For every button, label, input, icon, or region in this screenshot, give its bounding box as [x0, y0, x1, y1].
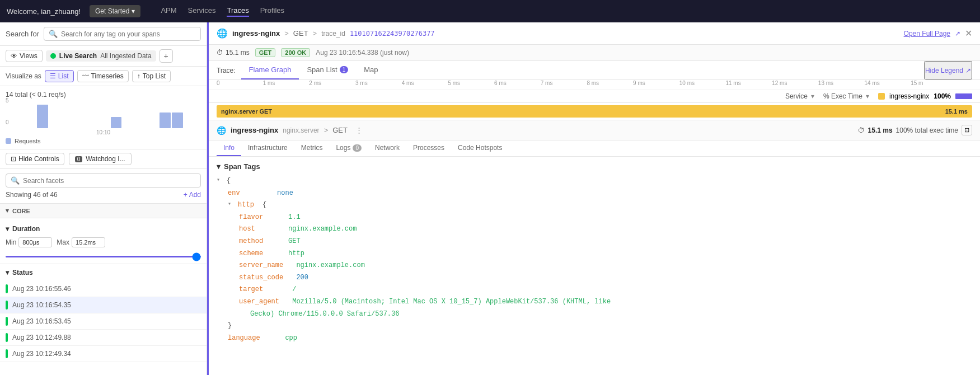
- bar-12: [160, 112, 171, 128]
- span-tab-metrics[interactable]: Metrics: [294, 140, 330, 156]
- duration-min-input[interactable]: [18, 237, 52, 247]
- date-item-0[interactable]: Aug 23 10:16:55.46: [0, 281, 207, 297]
- add-view-button[interactable]: +: [160, 49, 173, 63]
- hide-legend-button[interactable]: Hide Legend ↗: [924, 61, 972, 79]
- ruler-1ms: 1 ms: [263, 80, 275, 86]
- status-chevron-icon: ▾: [6, 269, 9, 276]
- get-started-button[interactable]: Get Started ▾: [90, 5, 140, 17]
- date-item-3[interactable]: Aug 23 10:12:49.88: [0, 330, 207, 346]
- json-http-close: }: [217, 320, 972, 332]
- exec-time-col-label: % Exec Time: [823, 92, 862, 100]
- search-icon: 🔍: [49, 30, 58, 38]
- collapse-http-btn[interactable]: ▾: [228, 199, 231, 212]
- tab-map[interactable]: Map: [356, 61, 386, 79]
- watchdog-label: Watchdog I...: [86, 155, 125, 163]
- core-section: ▾ CORE: [0, 204, 207, 221]
- json-host: host nginx.example.com: [217, 223, 972, 236]
- watchdog-button[interactable]: 0 Watchdog I...: [69, 153, 132, 165]
- span-service: 🌐 ingress-nginx nginx.server > GET ⋮: [217, 126, 363, 135]
- ruler-0: 0: [217, 80, 220, 86]
- ruler-14ms: 14 ms: [865, 80, 880, 86]
- clock-icon: ⏱: [217, 49, 223, 57]
- search-input-wrap: 🔍: [44, 27, 201, 41]
- json-open-brace: ▾ {: [217, 175, 972, 187]
- legend-bar: [955, 93, 972, 99]
- trace-duration: ⏱ 15.1 ms: [217, 49, 250, 57]
- add-facet-button[interactable]: + Add: [184, 191, 201, 199]
- hide-controls-button[interactable]: ⊡ Hide Controls: [6, 153, 64, 165]
- bar-2: [37, 105, 48, 128]
- span-tab-info[interactable]: Info: [217, 140, 241, 156]
- legend-exec-time: % Exec Time ▾: [823, 92, 869, 100]
- nginx-flame-bar[interactable]: nginx.server GET 15.1 ms: [217, 105, 972, 118]
- viz-toplist-button[interactable]: ↑ Top List: [132, 70, 171, 82]
- date-item-1[interactable]: Aug 23 10:16:54.35: [0, 297, 207, 313]
- live-search-badge: Live Search All Ingested Data: [46, 50, 156, 62]
- visualize-row: Visualize as ☰ List 〰 Timeseries ↑ Top L…: [0, 67, 207, 86]
- json-target: target /: [217, 284, 972, 296]
- span-tab-logs[interactable]: Logs 0: [329, 140, 368, 156]
- trace-id-label: trace_id: [321, 30, 345, 38]
- duration-header[interactable]: ▾ Duration: [6, 225, 201, 233]
- external-icon: ↗: [965, 67, 971, 74]
- collapse-root-btn[interactable]: ▾: [217, 175, 220, 187]
- ruler-9ms: 9 ms: [633, 80, 645, 86]
- nav-apm[interactable]: APM: [161, 6, 176, 17]
- timeline-bar-row: nginx.server GET 15.1 ms: [209, 103, 980, 120]
- core-chevron-icon: ▾: [6, 207, 9, 214]
- trace-service-icon: 🌐: [217, 28, 228, 39]
- date-list: Aug 23 10:16:55.46 Aug 23 10:16:54.35 Au…: [0, 281, 207, 375]
- toplist-icon: ↑: [137, 72, 140, 80]
- span-tags-header[interactable]: ▾ Span Tags: [217, 162, 972, 171]
- duration-label: Duration: [12, 225, 40, 233]
- nav-traces[interactable]: Traces: [227, 6, 248, 17]
- nav-profiles[interactable]: Profiles: [260, 6, 284, 17]
- span-tab-network[interactable]: Network: [368, 140, 406, 156]
- legend-pct: 100%: [934, 92, 951, 100]
- date-bar-4: [6, 349, 8, 358]
- facets-search-input[interactable]: [23, 177, 196, 185]
- collapse-span-button[interactable]: ⊡: [962, 125, 972, 135]
- json-user-agent: user_agent Mozilla/5.0 (Macintosh; Intel…: [217, 296, 972, 308]
- core-header[interactable]: ▾ CORE: [0, 204, 207, 218]
- tab-span-list[interactable]: Span List 1: [299, 61, 356, 79]
- facets-section: 🔍 Showing 46 of 46 + Add: [0, 169, 207, 204]
- status-section: ▾ Status: [0, 264, 207, 281]
- date-text-4: Aug 23 10:12:49.34: [12, 350, 71, 358]
- viz-timeseries-button[interactable]: 〰 Timeseries: [77, 70, 129, 82]
- close-button[interactable]: ✕: [965, 28, 972, 39]
- span-list-badge: 1: [340, 66, 349, 73]
- core-label: CORE: [12, 208, 30, 214]
- json-flavor: flavor 1.1: [217, 212, 972, 224]
- span-tab-code-hotspots[interactable]: Code Hotspots: [451, 140, 509, 156]
- legend-color-dot: [6, 138, 11, 144]
- facets-search: 🔍: [6, 174, 201, 187]
- views-button[interactable]: 👁 Views: [6, 50, 43, 62]
- span-more-btn[interactable]: ⋮: [355, 126, 363, 134]
- nav-services[interactable]: Services: [188, 6, 216, 17]
- tab-flame-graph[interactable]: Flame Graph: [241, 61, 299, 79]
- status-label: Status: [12, 269, 33, 276]
- watchdog-badge: 0: [75, 156, 83, 162]
- search-input[interactable]: [61, 30, 196, 38]
- service-col-label: Service: [785, 92, 808, 100]
- span-service-icon: 🌐: [217, 126, 226, 135]
- span-tab-processes[interactable]: Processes: [406, 140, 451, 156]
- bar-chart: 5 0: [6, 102, 201, 135]
- span-tabs: Info Infrastructure Metrics Logs 0 Netwo…: [209, 140, 980, 157]
- chart-bars: [12, 100, 207, 128]
- duration-range-slider[interactable]: [6, 256, 201, 257]
- status-header[interactable]: ▾ Status: [6, 269, 201, 276]
- legend-row: Service ▾ % Exec Time ▾ ingress-nginx 10…: [209, 90, 980, 103]
- eye-icon: 👁: [11, 52, 17, 60]
- date-item-4[interactable]: Aug 23 10:12:49.34: [0, 346, 207, 362]
- duration-max-input[interactable]: [72, 237, 105, 247]
- span-tab-infrastructure[interactable]: Infrastructure: [241, 140, 294, 156]
- ruler-8ms: 8 ms: [587, 80, 599, 86]
- open-full-page-link[interactable]: Open Full Page: [904, 30, 950, 38]
- chevron-down-icon-2: ▾: [866, 92, 869, 100]
- date-item-2[interactable]: Aug 23 10:16:53.45: [0, 313, 207, 330]
- trace-timestamp: Aug 23 10:16:54.338 (just now): [316, 49, 409, 57]
- viz-list-button[interactable]: ☰ List: [45, 70, 74, 82]
- ruler-12ms: 12 ms: [772, 80, 787, 86]
